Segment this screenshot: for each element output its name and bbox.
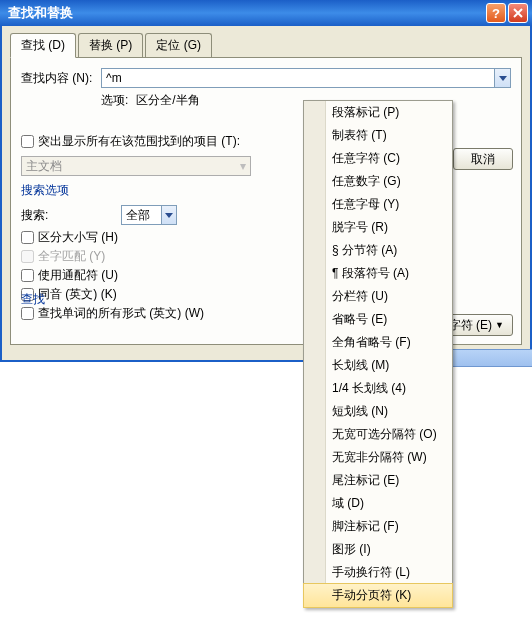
menu-item[interactable]: § 分节符 (A) [304,239,452,262]
find-section-header: 查找 [21,291,45,308]
options-value: 区分全/半角 [136,92,199,109]
chevron-down-icon [161,206,176,224]
menu-item[interactable]: 无宽可选分隔符 (O) [304,423,452,446]
titlebar: 查找和替换 ? [0,0,532,26]
menu-item[interactable]: 脱字号 (R) [304,216,452,239]
menu-item[interactable]: 域 (D) [304,492,452,515]
main-doc-combo: 主文档 ▾ [21,156,251,176]
cancel-button[interactable]: 取消 [453,148,513,170]
menu-item[interactable]: 短划线 (N) [304,400,452,423]
match-case-label: 区分大小写 (H) [38,229,118,246]
menu-item[interactable]: 图形 (I) [304,538,452,561]
menu-item[interactable]: 尾注标记 (E) [304,469,452,492]
close-icon [513,8,523,18]
find-content-label: 查找内容 (N): [21,70,101,87]
main-doc-label: 主文档 [26,158,62,175]
tab-find[interactable]: 查找 (D) [10,33,76,58]
menu-item[interactable]: 段落标记 (P) [304,101,452,124]
menu-item[interactable]: 全角省略号 (F) [304,331,452,354]
help-button[interactable]: ? [486,3,506,23]
menu-item[interactable]: 长划线 (M) [304,354,452,377]
window-title: 查找和替换 [8,4,73,22]
menu-item[interactable]: 任意数字 (G) [304,170,452,193]
menu-item[interactable]: 无宽非分隔符 (W) [304,446,452,469]
menu-item[interactable]: 任意字符 (C) [304,147,452,170]
menu-item[interactable]: 省略号 (E) [304,308,452,331]
options-label: 选项: [101,92,128,109]
search-scope-combo[interactable]: 全部 [121,205,177,225]
menu-item[interactable]: 任意字母 (Y) [304,193,452,216]
match-case-checkbox[interactable] [21,231,34,244]
chevron-down-icon [499,76,507,81]
highlight-all-label: 突出显示所有在该范围找到的项目 (T): [38,133,240,150]
tab-replace[interactable]: 替换 (P) [78,33,143,58]
chevron-down-icon: ▾ [240,159,246,173]
background-strip [453,349,532,367]
titlebar-buttons: ? [486,3,528,23]
menu-item[interactable]: 分栏符 (U) [304,285,452,308]
special-chars-menu: 段落标记 (P)制表符 (T)任意字符 (C)任意数字 (G)任意字母 (Y)脱… [303,100,453,608]
menu-item[interactable]: 手动换行符 (L) [304,561,452,584]
highlight-all-checkbox[interactable] [21,135,34,148]
menu-item[interactable]: ¶ 段落符号 (A) [304,262,452,285]
whole-word-label: 全字匹配 (Y) [38,248,105,265]
wildcard-checkbox[interactable] [21,269,34,282]
menu-item[interactable]: 脚注标记 (F) [304,515,452,538]
search-scope-label: 搜索: [21,207,121,224]
homonym-label: 同音 (英文) (K) [38,286,117,303]
close-button[interactable] [508,3,528,23]
wildcard-label: 使用通配符 (U) [38,267,118,284]
search-scope-value: 全部 [126,207,150,224]
tab-goto[interactable]: 定位 (G) [145,33,212,58]
menu-item[interactable]: 手动分页符 (K) [303,583,453,608]
whole-word-checkbox [21,250,34,263]
find-content-dropdown[interactable] [495,68,511,88]
find-content-input[interactable] [101,68,495,88]
menu-item[interactable]: 制表符 (T) [304,124,452,147]
tab-bar: 查找 (D) 替换 (P) 定位 (G) [10,32,522,57]
menu-item[interactable]: 1/4 长划线 (4) [304,377,452,400]
